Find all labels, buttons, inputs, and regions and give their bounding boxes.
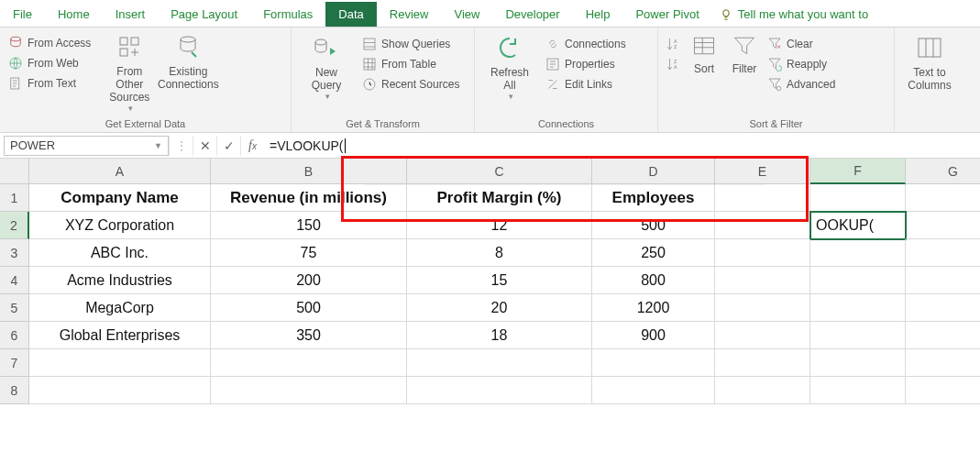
select-all-corner[interactable] xyxy=(0,159,29,184)
tell-me-search[interactable]: Tell me what you want to xyxy=(712,2,875,27)
cell[interactable]: 20 xyxy=(407,294,592,322)
insert-function-button[interactable]: fx xyxy=(240,136,264,156)
cell[interactable] xyxy=(29,377,211,404)
col-header-F[interactable]: F xyxy=(810,159,906,184)
row-header-1[interactable]: 1 xyxy=(0,184,29,212)
cell[interactable]: 1200 xyxy=(592,294,715,322)
cell[interactable] xyxy=(906,184,980,212)
cell[interactable]: 350 xyxy=(211,322,407,349)
row-header-7[interactable]: 7 xyxy=(0,349,29,377)
show-queries-button[interactable]: Show Queries xyxy=(359,35,461,53)
row-header-2[interactable]: 2 xyxy=(0,212,29,239)
cell[interactable] xyxy=(810,349,906,377)
text-to-columns-button[interactable]: Text toColumns xyxy=(900,31,959,94)
active-cell[interactable]: OOKUP( xyxy=(810,212,906,239)
cell[interactable] xyxy=(906,377,980,404)
spreadsheet-grid[interactable]: A B C D E F G 1 2 3 4 5 6 7 8 xyxy=(0,159,980,463)
tab-file[interactable]: File xyxy=(0,2,45,27)
cell[interactable] xyxy=(715,212,810,239)
from-other-sources-button[interactable]: From OtherSources xyxy=(100,30,159,115)
col-header-B[interactable]: B xyxy=(211,159,407,184)
tab-help[interactable]: Help xyxy=(573,2,623,27)
cell[interactable]: ABC Inc. xyxy=(29,239,211,267)
existing-connections-button[interactable]: ExistingConnections xyxy=(159,30,217,93)
cell[interactable] xyxy=(906,322,980,349)
cell[interactable] xyxy=(715,294,810,322)
cell[interactable]: 75 xyxy=(211,239,407,267)
from-table-button[interactable]: From Table xyxy=(359,55,461,73)
edit-links-button[interactable]: Edit Links xyxy=(543,75,628,94)
cell[interactable] xyxy=(407,377,592,404)
reapply-filter-button[interactable]: Reapply xyxy=(765,55,837,73)
cell[interactable] xyxy=(810,239,906,267)
cell[interactable] xyxy=(715,377,810,404)
connections-button[interactable]: Connections xyxy=(543,35,628,53)
cell[interactable]: Acme Industries xyxy=(29,267,211,294)
cell[interactable] xyxy=(592,377,715,404)
enter-formula-button[interactable]: ✓ xyxy=(216,136,240,156)
cell[interactable]: 800 xyxy=(592,267,715,294)
properties-button[interactable]: Properties xyxy=(543,55,628,73)
cell[interactable] xyxy=(906,239,980,267)
cell[interactable] xyxy=(211,377,407,404)
cell[interactable]: 250 xyxy=(592,239,715,267)
col-header-C[interactable]: C xyxy=(407,159,592,184)
cell[interactable] xyxy=(715,349,810,377)
refresh-all-button[interactable]: RefreshAll xyxy=(480,31,539,103)
cell[interactable]: 8 xyxy=(407,239,592,267)
sort-button[interactable]: Sort xyxy=(684,31,724,77)
row-header-6[interactable]: 6 xyxy=(0,322,29,349)
recent-sources-button[interactable]: Recent Sources xyxy=(359,75,461,94)
cell[interactable] xyxy=(810,267,906,294)
tab-powerpivot[interactable]: Power Pivot xyxy=(622,2,711,27)
cell[interactable] xyxy=(715,267,810,294)
cell[interactable] xyxy=(29,349,211,377)
cell[interactable]: 18 xyxy=(407,322,592,349)
tab-view[interactable]: View xyxy=(441,2,492,27)
row-header-4[interactable]: 4 xyxy=(0,267,29,294)
from-text-button[interactable]: From Text xyxy=(6,74,93,93)
cell[interactable]: 200 xyxy=(211,267,407,294)
new-query-button[interactable]: NewQuery xyxy=(297,31,356,103)
name-box[interactable]: POWER ▼ xyxy=(4,136,169,156)
cell[interactable]: 12 xyxy=(407,212,592,239)
cell[interactable]: MegaCorp xyxy=(29,294,211,322)
cell[interactable] xyxy=(810,377,906,404)
cell[interactable] xyxy=(810,322,906,349)
col-header-E[interactable]: E xyxy=(715,159,810,184)
row-header-8[interactable]: 8 xyxy=(0,377,29,404)
cell[interactable] xyxy=(211,349,407,377)
cell[interactable]: XYZ Corporation xyxy=(29,212,211,239)
cell[interactable] xyxy=(715,239,810,267)
cell[interactable] xyxy=(906,349,980,377)
cell[interactable]: Revenue (in millions) xyxy=(211,184,407,212)
cell[interactable]: Company Name xyxy=(29,184,211,212)
cell[interactable] xyxy=(906,212,980,239)
sort-az-button[interactable]: AZ xyxy=(664,35,684,53)
tab-review[interactable]: Review xyxy=(377,2,442,27)
clear-filter-button[interactable]: Clear xyxy=(765,35,837,53)
row-header-3[interactable]: 3 xyxy=(0,239,29,267)
cell[interactable]: 500 xyxy=(211,294,407,322)
tab-formulas[interactable]: Formulas xyxy=(250,2,325,27)
cell[interactable]: 150 xyxy=(211,212,407,239)
cell[interactable]: 500 xyxy=(592,212,715,239)
col-header-D[interactable]: D xyxy=(592,159,715,184)
cell[interactable] xyxy=(906,267,980,294)
filter-button[interactable]: Filter xyxy=(724,31,765,77)
sort-za-button[interactable]: ZA xyxy=(664,55,684,73)
cell[interactable] xyxy=(810,184,906,212)
tab-home[interactable]: Home xyxy=(45,2,103,27)
formula-input[interactable]: =VLOOKUP( xyxy=(264,136,980,156)
cell[interactable]: Employees xyxy=(592,184,715,212)
cell[interactable]: Profit Margin (%) xyxy=(407,184,592,212)
cell[interactable] xyxy=(592,349,715,377)
tab-pagelayout[interactable]: Page Layout xyxy=(158,2,250,27)
tab-data[interactable]: Data xyxy=(325,2,376,27)
cell[interactable]: 900 xyxy=(592,322,715,349)
col-header-A[interactable]: A xyxy=(29,159,211,184)
cell[interactable] xyxy=(407,349,592,377)
expand-button[interactable]: ⋮ xyxy=(169,136,193,156)
cell[interactable] xyxy=(906,294,980,322)
row-header-5[interactable]: 5 xyxy=(0,294,29,322)
